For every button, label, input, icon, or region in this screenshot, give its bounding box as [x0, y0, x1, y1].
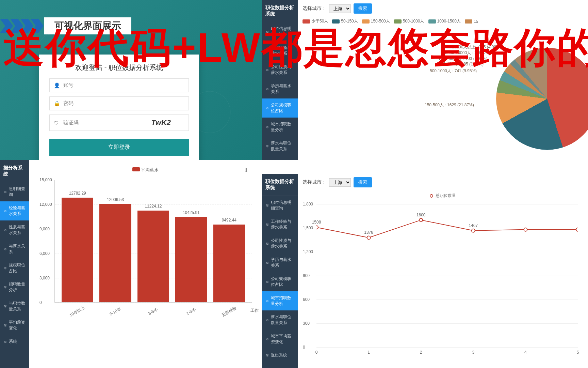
sidebar-item-label: 城市招聘数量分析 — [271, 121, 294, 133]
bar: 12006.53 — [99, 204, 131, 302]
sidebar-item[interactable]: ≋薪水与职位数量关系 — [262, 310, 298, 329]
sidebar-title: 职位数据分析系统 — [262, 174, 298, 196]
pie-chart: 10000人以上 : 305 (4.09%) 5000-10000人 : 216… — [496, 48, 588, 150]
captcha-field[interactable]: 🛡 验证码 TwK2 — [49, 114, 189, 131]
sidebar-item-label: 学历与薪水关系 — [271, 83, 294, 95]
swatch-icon — [303, 19, 310, 24]
ring-icon — [430, 194, 433, 198]
sidebar-item[interactable]: ≋城市平均薪资变化 — [262, 156, 298, 160]
sidebar-item[interactable]: ≋退出系统 — [262, 349, 298, 362]
sidebar-item-label: 系统 — [9, 339, 17, 344]
sidebar-item-label: 城市平均薪资变化 — [271, 333, 294, 345]
pie-label: 10000人以上 : 305 (4.09%) — [452, 44, 501, 50]
sidebar-item-label: 公司规模职位占比 — [271, 276, 294, 288]
chevron-icon — [0, 19, 13, 33]
sidebar-item[interactable]: ≋经验与薪水关系 — [0, 201, 29, 220]
sidebar-item[interactable]: ≋与薪水关系 — [0, 240, 29, 259]
line-chart: 03006009001,2001,5001,800150801378116002… — [316, 204, 578, 347]
bar: 9492.44 — [213, 225, 245, 302]
sidebar-title: 据分析系统 — [0, 160, 29, 182]
sidebar-item[interactable]: ≋城市招聘数量分析 — [262, 291, 298, 310]
layers-icon: ≋ — [265, 203, 269, 208]
sidebar-item[interactable]: ≋招聘数量分析 — [0, 278, 29, 297]
captcha-label: 验证码 — [63, 120, 151, 126]
svg-point-3 — [472, 229, 475, 232]
svg-point-1 — [367, 236, 371, 239]
bar: 12782.29 — [62, 198, 93, 302]
sidebar-item[interactable]: ≋性质与薪水关系 — [0, 220, 29, 240]
sidebar-item-label: 职位信息明细查询 — [271, 200, 294, 211]
sidebar-item[interactable]: ≋学历与薪水关系 — [262, 79, 298, 98]
sidebar-item[interactable]: ≋规模职位占比 — [0, 259, 29, 278]
line-legend: 总职位数量 — [298, 191, 588, 201]
layers-icon: ≋ — [3, 247, 7, 251]
bar-dashboard: 据分析系统 ≋息明细查询≋经验与薪水关系≋性质与薪水关系≋与薪水关系≋规模职位占… — [0, 160, 262, 368]
pie-label: 500-1000人 : 741 (9.95%) — [430, 68, 477, 74]
svg-point-5 — [576, 228, 578, 231]
sidebar-item[interactable]: ≋职位信息明细查询 — [262, 196, 298, 215]
city-label: 选择城市： — [303, 5, 326, 12]
sidebar-item-label: 与薪水关系 — [9, 243, 26, 255]
bar-chart: 03,0006,0009,00012,00015,00012782.291200… — [54, 180, 252, 303]
password-field[interactable]: 🔒 密码 — [49, 96, 189, 110]
svg-point-0 — [316, 226, 318, 229]
layers-icon: ≋ — [3, 209, 7, 213]
download-icon[interactable]: ⬇ — [244, 167, 248, 173]
toolbar: 选择城市： 上海 搜索 — [298, 174, 588, 191]
sidebar-item[interactable]: ≋公司规模职位占比 — [262, 272, 298, 291]
layers-icon: ≋ — [265, 298, 269, 303]
captcha-image: TwK2 — [151, 118, 171, 127]
sidebar-item[interactable]: ≋公司规模职位占比 — [262, 98, 298, 118]
login-button[interactable]: 立即登录 — [49, 139, 189, 156]
login-card: 欢迎登陆 - 职位数据分析系统 👤 账号 🔒 密码 🛡 验证码 TwK2 立即登… — [39, 55, 199, 160]
bar-legend: 平均薪水 — [39, 167, 252, 173]
city-select[interactable]: 上海 — [329, 4, 351, 13]
sidebar-item-label: 城市招聘数量分析 — [271, 295, 294, 307]
sidebar-q3: 据分析系统 ≋息明细查询≋经验与薪水关系≋性质与薪水关系≋与薪水关系≋规模职位占… — [0, 160, 29, 368]
legend-item: 1000-1500人 — [428, 18, 461, 24]
sidebar-item[interactable]: ≋公司性质与薪水关系 — [262, 60, 298, 79]
sidebar-item-label: 职位信息明细查询 — [271, 26, 294, 37]
pie-label: 1000-1500人 : 85 (1.14%) — [437, 61, 484, 67]
sidebar-item[interactable]: ≋系统 — [0, 335, 29, 348]
sidebar-item[interactable]: ≋平均薪资变化 — [0, 316, 29, 335]
sidebar-item[interactable]: ≋与职位数量关系 — [0, 297, 29, 316]
password-label: 密码 — [63, 100, 184, 107]
sidebar-item[interactable]: ≋公司性质与薪水关系 — [262, 234, 298, 253]
line-dashboard: 职位数据分析系统 ≋职位信息明细查询≋工作经验与薪水关系≋公司性质与薪水关系≋学… — [262, 174, 588, 368]
search-button[interactable]: 搜索 — [354, 177, 372, 187]
account-field[interactable]: 👤 账号 — [49, 78, 189, 92]
layers-icon: ≋ — [265, 279, 269, 284]
layers-icon: ≋ — [3, 339, 7, 344]
city-label: 选择城市： — [303, 179, 326, 185]
layers-icon: ≋ — [265, 260, 269, 265]
user-icon: 👤 — [54, 82, 61, 89]
sidebar-item[interactable]: ≋息明细查询 — [0, 182, 29, 201]
layers-icon: ≋ — [265, 29, 269, 34]
sidebar-item-label: 公司性质与薪水关系 — [271, 238, 294, 249]
sidebar-item-label: 城市平均薪资变化 — [271, 159, 294, 160]
toolbar: 选择城市： 上海 搜索 — [298, 0, 588, 17]
sidebar-item[interactable]: ≋工作经验与薪水关系 — [262, 41, 298, 60]
city-select[interactable]: 上海 — [329, 178, 351, 187]
sidebar-item-label: 退出系统 — [271, 352, 287, 358]
account-label: 账号 — [63, 82, 184, 89]
sidebar-item-label: 经验与薪水关系 — [9, 205, 26, 217]
sidebar-item[interactable]: ≋职位信息明细查询 — [262, 22, 298, 41]
sidebar-item[interactable]: ≋城市招聘数量分析 — [262, 118, 298, 137]
sidebar-item-label: 公司性质与薪水关系 — [271, 64, 294, 76]
legend-item: 50-150人 — [332, 18, 358, 24]
sidebar-item-label: 性质与薪水关系 — [9, 224, 26, 236]
swatch-icon — [132, 167, 140, 171]
layers-icon: ≋ — [265, 241, 269, 246]
sidebar-item[interactable]: ≋薪水与职位数量关系 — [262, 137, 298, 156]
login-title: 欢迎登陆 - 职位数据分析系统 — [49, 63, 189, 72]
x-axis-title: 工作 — [250, 308, 259, 313]
pie-dashboard: 职位数据分析系统 ≋职位信息明细查询≋工作经验与薪水关系≋公司性质与薪水关系≋学… — [262, 0, 588, 160]
sidebar-item[interactable]: ≋学历与薪水关系 — [262, 253, 298, 272]
sidebar-item[interactable]: ≋城市平均薪资变化 — [262, 329, 298, 349]
search-button[interactable]: 搜索 — [354, 3, 372, 14]
svg-point-2 — [419, 218, 423, 222]
sidebar-item[interactable]: ≋工作经验与薪水关系 — [262, 215, 298, 234]
layers-icon: ≋ — [3, 285, 7, 290]
